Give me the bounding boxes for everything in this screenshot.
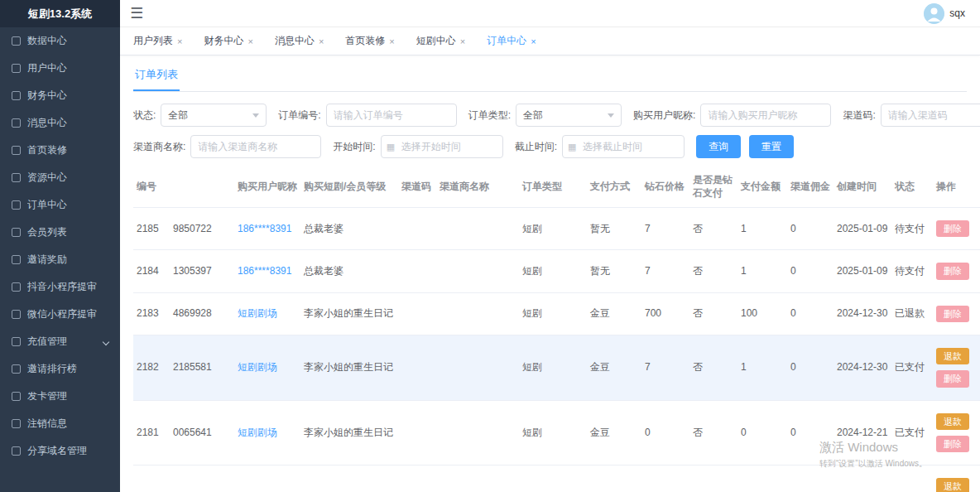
column-header: 操作 xyxy=(933,166,980,208)
delete-button[interactable]: 删除 xyxy=(936,220,969,237)
end-time-input[interactable] xyxy=(562,135,685,158)
refund-button[interactable]: 退款 xyxy=(936,413,969,430)
tab-close-icon[interactable]: × xyxy=(247,36,252,46)
sidebar-item-message-center[interactable]: 消息中心 xyxy=(0,109,120,137)
tab-label: 首页装修 xyxy=(345,34,385,48)
tab-close-icon[interactable]: × xyxy=(389,36,394,46)
order-type-select[interactable]: 全部 xyxy=(516,104,622,127)
chart-icon xyxy=(12,36,21,46)
column-header: 支付方式 xyxy=(587,166,641,208)
channel-code-input[interactable] xyxy=(881,104,980,127)
tab-close-icon[interactable]: × xyxy=(531,36,536,46)
tab-close-icon[interactable]: × xyxy=(319,36,324,46)
id-cell: 2181 xyxy=(133,400,170,465)
table-body: 21859850722186****8391总裁老婆短剧暂无7否102025-0… xyxy=(133,208,980,492)
channel-code-cell xyxy=(398,208,436,250)
is-diamond-cell: 否 xyxy=(689,292,737,335)
ranking-icon xyxy=(12,364,21,374)
tab-6[interactable]: 订单中心× xyxy=(487,34,536,48)
order-type-cell: 短剧 xyxy=(519,208,587,250)
tab-label: 财务中心 xyxy=(204,34,243,48)
commission-cell: 0 xyxy=(787,465,833,492)
order-no-cell: 1191180 xyxy=(170,465,234,492)
buyer-link[interactable]: 186****8391 xyxy=(238,223,291,234)
status-cell: 已退款 xyxy=(891,292,933,335)
delete-button[interactable]: 删除 xyxy=(936,436,969,452)
sidebar-item-douyin-review[interactable]: 抖音小程序提审 xyxy=(0,273,120,301)
buyer-cell: 短剧剧场 xyxy=(234,465,300,492)
sidebar: 短剧13.2系统 数据中心用户中心财务中心消息中心首页装修资源中心订单中心会员列… xyxy=(0,0,120,492)
start-time-input[interactable] xyxy=(381,135,503,158)
sidebar-item-home-decoration[interactable]: 首页装修 xyxy=(0,137,120,164)
order-no-input[interactable] xyxy=(326,104,457,127)
sidebar-item-user-center[interactable]: 用户中心 xyxy=(0,55,120,82)
sidebar-item-share-domain[interactable]: 分享域名管理 xyxy=(0,437,120,465)
id-cell: 2182 xyxy=(133,335,170,401)
pay-amount-cell: 1 xyxy=(737,250,787,292)
tab-order-list[interactable]: 订单列表 xyxy=(133,67,180,91)
status-cell: 待支付 xyxy=(891,250,933,292)
calendar-icon: ▦ xyxy=(568,142,576,152)
delete-button[interactable]: 删除 xyxy=(936,370,969,387)
sidebar-item-finance-center[interactable]: 财务中心 xyxy=(0,82,120,109)
delete-button[interactable]: 删除 xyxy=(936,306,969,322)
buyer-link[interactable]: 短剧剧场 xyxy=(238,427,277,438)
sidebar-item-recharge-manage[interactable]: 充值管理 xyxy=(0,328,120,355)
order-no-cell: 9850722 xyxy=(170,208,234,250)
tab-2[interactable]: 财务中心× xyxy=(204,34,252,48)
pay-amount-cell: 1 xyxy=(737,208,787,250)
tab-close-icon[interactable]: × xyxy=(460,36,465,46)
buyer-link[interactable]: 短剧剧场 xyxy=(238,361,277,373)
sidebar-item-logout-info[interactable]: 注销信息 xyxy=(0,410,120,437)
diamond-price-cell: 7 xyxy=(641,250,689,292)
id-cell: 2185 xyxy=(133,208,170,250)
member-icon xyxy=(12,228,21,237)
message-icon xyxy=(12,118,21,128)
domain-icon xyxy=(12,446,21,456)
tab-1[interactable]: 用户列表× xyxy=(133,34,182,48)
column-header: 购买短剧/会员等级 xyxy=(300,166,398,208)
tab-4[interactable]: 首页装修× xyxy=(345,34,394,48)
sidebar-item-label: 分享域名管理 xyxy=(27,444,87,458)
calendar-icon: ▦ xyxy=(387,142,395,152)
sidebar-item-resource-center[interactable]: 资源中心 xyxy=(0,164,120,191)
tab-close-icon[interactable]: × xyxy=(177,36,182,46)
column-header: 创建时间 xyxy=(833,166,891,208)
filter-row-1: 状态: 全部 订单编号: 订单类型: 全部 xyxy=(133,104,967,127)
hamburger-menu-icon[interactable]: ☰ xyxy=(130,6,143,21)
sidebar-item-invite-ranking[interactable]: 邀请排行榜 xyxy=(0,355,120,383)
order-type-cell: 短剧 xyxy=(519,400,587,465)
tab-5[interactable]: 短剧中心× xyxy=(416,34,465,48)
order-no-cell: 2185581 xyxy=(170,335,234,401)
sidebar-item-member-list[interactable]: 会员列表 xyxy=(0,219,120,246)
sidebar-item-invite-reward[interactable]: 邀请奖励 xyxy=(0,246,120,273)
refund-button[interactable]: 退款 xyxy=(936,348,969,364)
sidebar-item-data-center[interactable]: 数据中心 xyxy=(0,27,120,55)
search-button[interactable]: 查询 xyxy=(696,135,741,158)
sidebar-item-card-manage[interactable]: 发卡管理 xyxy=(0,383,120,410)
sidebar-item-order-center[interactable]: 订单中心 xyxy=(0,191,120,219)
product-cell: 李家小姐的重生日记 xyxy=(300,335,398,401)
pay-amount-cell: 100 xyxy=(737,292,787,335)
channel-name-label: 渠道商名称: xyxy=(133,140,185,154)
buyer-link[interactable]: 短剧剧场 xyxy=(238,307,277,319)
status-select[interactable]: 全部 xyxy=(161,104,267,127)
refund-button[interactable]: 退款 xyxy=(936,478,969,492)
user-menu[interactable]: sqx xyxy=(924,3,965,24)
tab-label: 消息中心 xyxy=(275,34,315,48)
order-type-label: 订单类型: xyxy=(468,109,511,123)
channel-code-label: 渠道码: xyxy=(843,109,875,123)
delete-button[interactable]: 删除 xyxy=(936,263,969,279)
sidebar-item-wechat-review[interactable]: 微信小程序提审 xyxy=(0,301,120,328)
tab-3[interactable]: 消息中心× xyxy=(275,34,324,48)
gift-icon xyxy=(12,255,21,264)
reset-button[interactable]: 重置 xyxy=(749,135,794,158)
is-diamond-cell: 否 xyxy=(689,465,737,492)
channel-name-input[interactable] xyxy=(190,135,321,158)
buyer-link[interactable]: 186****8391 xyxy=(238,265,291,277)
buyer-cell: 短剧剧场 xyxy=(234,335,300,401)
buyer-input[interactable] xyxy=(700,104,831,127)
buyer-cell: 短剧剧场 xyxy=(234,400,300,465)
table-row: 21841305397186****8391总裁老婆短剧暂无7否102025-0… xyxy=(133,250,980,292)
table-row: 21810065641短剧剧场李家小姐的重生日记短剧金豆0否002024-12-… xyxy=(133,400,980,465)
